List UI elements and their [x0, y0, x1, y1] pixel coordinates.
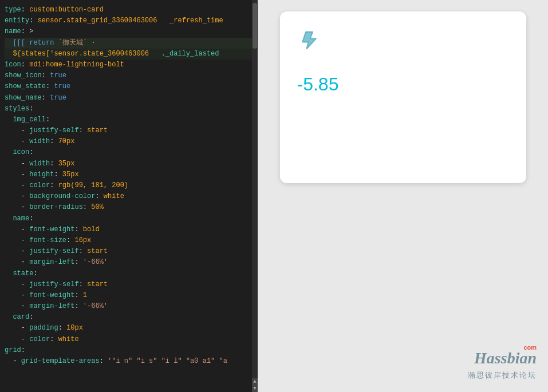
com-label: com — [523, 344, 537, 351]
code-line-22: - font-size: 16px — [5, 235, 253, 246]
brand-name: Hassbian — [468, 349, 537, 368]
code-line-5: ${states['sensor.state_3600463006 ._dail… — [5, 49, 253, 60]
scrollbar[interactable]: ▲ ▼ — [252, 0, 258, 392]
code-line-28: - margin-left: '-66%' — [5, 301, 253, 312]
scroll-down-arrow[interactable]: ▼ — [252, 385, 258, 392]
code-line-30: - padding: 10px — [5, 323, 253, 334]
code-line-1: type: custom:button-card — [5, 5, 253, 15]
code-line-11: img_cell: — [5, 114, 253, 125]
card-state-value: -5.85 — [297, 74, 339, 95]
ha-card: -5.85 — [280, 11, 526, 183]
code-line-21: - font-weight: bold — [5, 224, 253, 235]
code-line-31: - color: white — [5, 334, 253, 345]
hassbian-brand: com Hassbian 瀚思彼岸技术论坛 — [468, 349, 537, 381]
code-line-7: show_icon: true — [5, 70, 253, 81]
code-line-17: - color: rgb(99, 181, 200) — [5, 180, 253, 191]
code-line-33: - grid-template-areas: '"i n" "i s" "i l… — [5, 356, 253, 367]
code-line-19: - border-radius: 50% — [5, 202, 253, 213]
code-line-18: - background-color: white — [5, 191, 253, 202]
lightning-bolt-icon — [300, 30, 320, 50]
code-line-6: icon: mdi:home-lightning-bolt — [5, 60, 253, 70]
code-line-27: - font-weight: 1 — [5, 290, 253, 301]
code-line-10: styles: — [5, 104, 253, 114]
preview-panel: -5.85 com Hassbian 瀚思彼岸技术论坛 — [258, 0, 548, 392]
code-line-20: name: — [5, 213, 253, 224]
code-line-29: card: — [5, 312, 253, 323]
code-line-25: state: — [5, 268, 253, 279]
code-line-23: - justify-self: start — [5, 246, 253, 257]
code-line-14: icon: — [5, 147, 253, 158]
code-line-12: - justify-self: start — [5, 125, 253, 136]
code-line-3: name: > — [5, 26, 253, 37]
code-line-26: - justify-self: start — [5, 279, 253, 290]
scrollbar-thumb[interactable] — [253, 3, 257, 49]
code-line-16: - height: 35px — [5, 169, 253, 180]
code-line-13: - width: 70px — [5, 136, 253, 147]
code-line-4: [[[ return `御天城` · — [5, 38, 253, 49]
card-icon-wrapper — [297, 27, 323, 53]
brand-subtitle: 瀚思彼岸技术论坛 — [468, 370, 537, 381]
code-line-9: show_name: true — [5, 93, 253, 104]
code-line-24: - margin-left: '-66%' — [5, 257, 253, 268]
code-line-15: - width: 35px — [5, 159, 253, 169]
code-editor[interactable]: type: custom:button-card entity: sensor.… — [0, 0, 258, 392]
code-line-2: entity: sensor.state_grid_33600463006 _r… — [5, 15, 253, 26]
code-line-8: show_state: true — [5, 81, 253, 92]
code-line-32: grid: — [5, 345, 253, 356]
